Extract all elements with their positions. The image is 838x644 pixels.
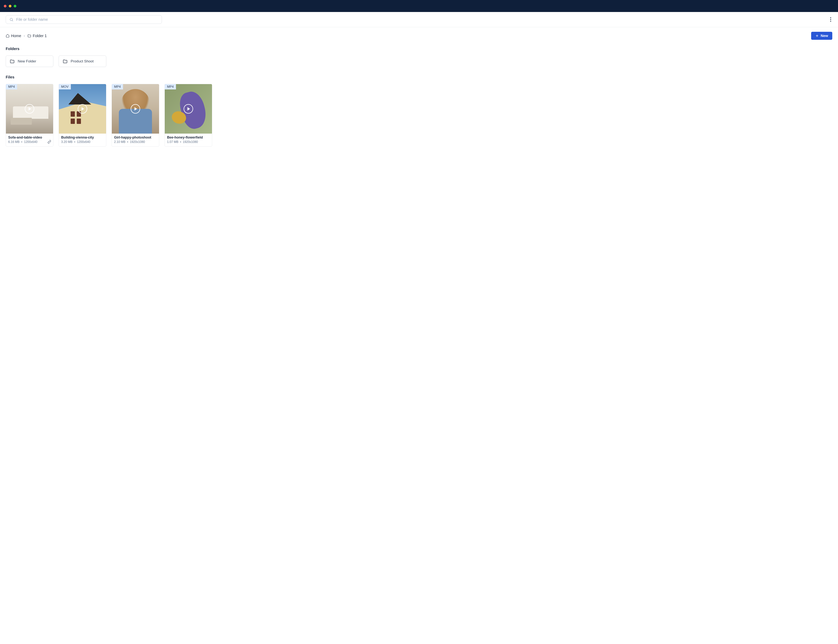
- svg-point-0: [10, 18, 13, 21]
- files-section-title: Files: [6, 75, 832, 79]
- file-size: 6.16 MB: [8, 140, 20, 143]
- folder-icon: [63, 59, 68, 64]
- header-row: Home › Folder 1 New: [6, 32, 832, 40]
- play-icon: [25, 104, 34, 113]
- breadcrumb-home[interactable]: Home: [6, 34, 21, 38]
- file-thumbnail: MOV: [59, 84, 106, 134]
- home-icon: [6, 34, 10, 38]
- file-size: 3.20 MB: [61, 140, 72, 143]
- breadcrumb: Home › Folder 1: [6, 34, 47, 38]
- file-card[interactable]: MP4 Girl-happy-photoshoot 2.10 MB • 1920…: [112, 84, 159, 146]
- search-icon: [9, 18, 13, 22]
- meta-separator: •: [127, 140, 128, 143]
- file-dimensions: 1920x1080: [130, 140, 145, 143]
- file-meta: 6.16 MB • 1200x640: [8, 140, 51, 144]
- file-title: Sofa-and-table-video: [8, 135, 51, 140]
- format-badge: MOV: [59, 84, 71, 89]
- new-button-label: New: [821, 34, 828, 38]
- play-icon: [131, 104, 140, 113]
- file-title: Building-vienna-city: [61, 135, 104, 140]
- app-window: Home › Folder 1 New Folders: [0, 0, 838, 644]
- plus-icon: [815, 34, 819, 38]
- copy-link-button[interactable]: [48, 140, 51, 145]
- window-minimize-button[interactable]: [9, 5, 12, 7]
- format-badge: MP4: [112, 84, 123, 89]
- format-badge: MP4: [165, 84, 176, 89]
- files-grid: MP4 Sofa-and-table-video 6.16 MB • 1200x…: [6, 84, 832, 146]
- chevron-right-icon: ›: [24, 34, 25, 37]
- file-info: Girl-happy-photoshoot 2.10 MB • 1920x108…: [112, 134, 159, 146]
- svg-line-1: [12, 20, 13, 21]
- file-dimensions: 1920x1080: [183, 140, 198, 143]
- folder-icon: [10, 59, 15, 64]
- file-title: Bee-honey-flowerfield: [167, 135, 210, 140]
- format-badge: MP4: [6, 84, 17, 89]
- play-icon: [184, 104, 193, 113]
- folders-section-title: Folders: [6, 47, 832, 51]
- search-input[interactable]: [16, 17, 158, 22]
- file-thumbnail: MP4: [6, 84, 53, 134]
- file-card[interactable]: MOV Building-vienna-city 3.20 MB • 1200x…: [59, 84, 106, 146]
- breadcrumb-current[interactable]: Folder 1: [28, 34, 47, 38]
- new-button[interactable]: New: [811, 32, 832, 40]
- content-area: Home › Folder 1 New Folders: [0, 27, 838, 151]
- search-container[interactable]: [6, 15, 162, 24]
- file-thumbnail: MP4: [165, 84, 212, 134]
- file-thumbnail: MP4: [112, 84, 159, 134]
- folder-icon: [28, 34, 31, 38]
- file-size: 1.07 MB: [167, 140, 178, 143]
- folder-name: New Folder: [18, 59, 36, 63]
- more-options-button[interactable]: [829, 16, 832, 23]
- meta-separator: •: [74, 140, 75, 143]
- file-dimensions: 1200x640: [77, 140, 90, 143]
- folder-card[interactable]: Product Shoot: [59, 56, 106, 67]
- file-meta: 2.10 MB • 1920x1080: [114, 140, 157, 144]
- file-info: Bee-honey-flowerfield 1.07 MB • 1920x108…: [165, 134, 212, 146]
- meta-separator: •: [21, 140, 22, 143]
- breadcrumb-current-label: Folder 1: [33, 34, 47, 38]
- toolbar: [0, 12, 838, 27]
- window-maximize-button[interactable]: [14, 5, 16, 7]
- titlebar: [0, 0, 838, 12]
- file-card[interactable]: MP4 Sofa-and-table-video 6.16 MB • 1200x…: [6, 84, 53, 146]
- folders-grid: New Folder Product Shoot: [6, 56, 832, 67]
- file-meta: 1.07 MB • 1920x1080: [167, 140, 210, 144]
- play-icon: [78, 104, 87, 113]
- breadcrumb-home-label: Home: [11, 34, 21, 38]
- file-card[interactable]: MP4 Bee-honey-flowerfield 1.07 MB • 1920…: [165, 84, 212, 146]
- more-vertical-icon: [830, 17, 831, 22]
- folder-name: Product Shoot: [71, 59, 94, 63]
- file-info: Building-vienna-city 3.20 MB • 1200x640: [59, 134, 106, 146]
- file-size: 2.10 MB: [114, 140, 125, 143]
- folder-card[interactable]: New Folder: [6, 56, 53, 67]
- file-meta: 3.20 MB • 1200x640: [61, 140, 104, 144]
- link-icon: [48, 140, 51, 144]
- file-title: Girl-happy-photoshoot: [114, 135, 157, 140]
- window-close-button[interactable]: [4, 5, 7, 7]
- file-info: Sofa-and-table-video 6.16 MB • 1200x640: [6, 134, 53, 146]
- file-dimensions: 1200x640: [24, 140, 37, 143]
- meta-separator: •: [180, 140, 181, 143]
